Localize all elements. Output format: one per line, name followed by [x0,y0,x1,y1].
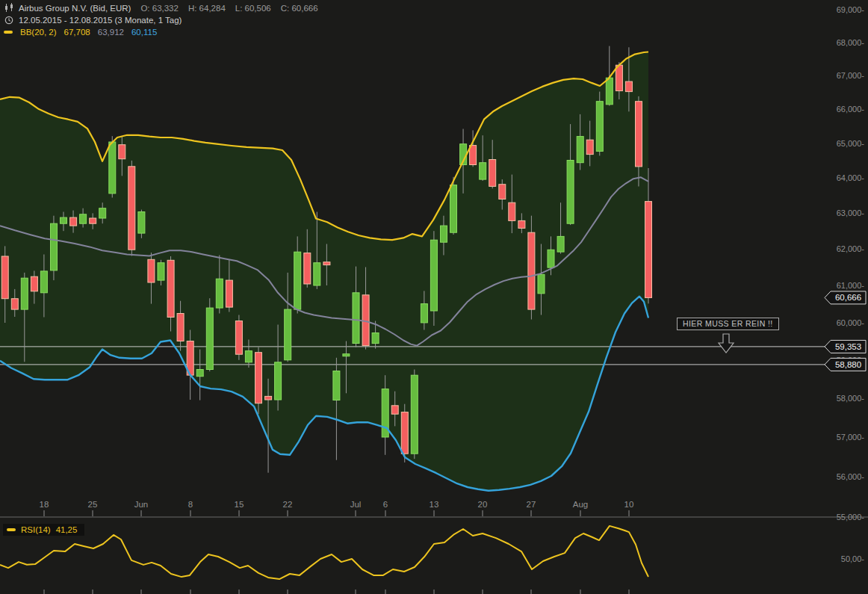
candle-body [528,232,535,309]
candle-body [577,137,583,163]
candle-body [31,276,37,291]
candle-body [314,263,320,285]
price-axis-label: 69,000- [837,5,865,14]
candle-body [206,308,213,369]
price-tag-label: 58,880 [835,360,861,369]
price-axis-label: 66,000- [837,105,865,114]
candle-body [430,240,437,311]
candle-body [51,223,58,270]
x-tick-label: Jun [134,500,149,509]
x-tick-label: 8 [188,500,193,509]
x-tick-label: Aug [573,500,588,509]
candle-body [11,299,18,309]
range-row: 12.05.2015 - 12.08.2015 (3 Monate, 1 Tag… [4,14,318,25]
instrument-title: Airbus Group N.V. (Bid, EUR) [19,4,131,13]
x-tick-label: 18 [40,500,49,509]
bb-indicator-row[interactable]: BB(20, 2) 67,708 63,912 60,115 [4,26,318,37]
candle-body [489,160,496,187]
candlestick-icon [4,3,14,13]
candle-body [557,236,564,252]
candle-body [596,102,603,152]
candle-body [391,406,398,414]
candle-body [177,314,184,341]
candle-body [304,253,311,284]
candle-body [625,81,632,92]
price-tag-label: 60,666 [835,293,861,302]
candle-body [1,256,8,299]
price-axis-label: 67,000- [837,71,865,80]
candle-body [499,185,506,199]
candle-body [285,309,291,360]
candle-body [480,163,486,179]
candle-body [109,142,116,194]
candle-body [275,362,282,400]
instrument-row: Airbus Group N.V. (Bid, EUR) O: 63,332 H… [4,2,318,13]
price-axis-label: 63,000- [837,208,865,217]
bb-line-icon [4,31,13,34]
price-axis-label: 60,000- [837,318,865,327]
price-axis-label: 64,000- [837,173,865,182]
candle-body [158,263,164,280]
ohlc-high: H: 64,284 [188,4,226,13]
bb-label: BB(20, 2) [20,28,57,37]
x-tick-label: 6 [383,500,388,509]
candle-body [518,220,525,228]
price-axis-label: 55,000- [837,513,865,522]
x-tick-label: 25 [88,500,98,509]
bb-middle-value: 63,912 [98,28,124,37]
trading-chart-window: 111825Jun81522Jul6132027Aug1069,000-68,0… [0,0,868,594]
candle-body [411,375,418,454]
candle-body [90,218,96,223]
rsi-value: 41,25 [56,525,78,534]
candle-body [333,371,340,400]
candle-body [450,185,457,233]
ohlc-close: C: 60,666 [281,4,318,13]
chart-legend: Airbus Group N.V. (Bid, EUR) O: 63,332 H… [4,2,318,37]
clock-icon [4,16,14,25]
candle-body [119,145,125,159]
candle-body [128,167,135,250]
chart-canvas[interactable]: 111825Jun81522Jul6132027Aug1069,000-68,0… [0,0,868,594]
candle-body [255,353,262,403]
candle-body [226,280,232,307]
candle-body [343,354,350,356]
candle-body [167,260,174,317]
candle-body [401,412,408,454]
candle-body [323,262,330,265]
candle-body [538,274,545,294]
price-axis-label: 57,000- [837,433,865,442]
x-tick-label: 15 [235,500,244,509]
annotation-note[interactable]: HIER MUSS ER REIN !! [677,318,779,330]
date-range: 12.05.2015 - 12.08.2015 (3 Monate, 1 Tag… [19,16,182,25]
price-axis-label: 58,000- [837,394,865,403]
candle-body [372,333,379,344]
price-axis-label: 61,000- [837,281,865,290]
candle-body [80,214,87,223]
x-tick-label: 27 [527,500,536,509]
rsi-label: RSI(14) [21,525,51,534]
price-axis-label: 56,000- [837,472,865,481]
candle-body [616,65,622,90]
x-tick-label: 20 [478,500,488,509]
candle-body [567,161,574,224]
candle-body [216,279,223,308]
x-tick-label: 22 [283,500,293,509]
candle-body [235,321,242,355]
candle-body [509,202,515,220]
candle-body [148,259,155,282]
ohlc-open: O: 63,332 [140,4,179,13]
bb-upper-value: 67,708 [64,28,90,37]
price-axis-label: 68,000- [837,38,865,47]
rsi-line-icon [7,528,16,531]
down-arrow-icon[interactable] [716,333,737,354]
price-axis-label: 65,000- [837,139,865,148]
candle-body [294,252,301,309]
candle-body [548,250,554,267]
candle-body [586,140,593,154]
x-tick-label: Jul [350,500,362,509]
candle-body [245,351,252,362]
candle-body [636,102,642,167]
x-tick-label: 10 [624,500,634,509]
rsi-indicator-row[interactable]: RSI(14) 41,25 [3,524,84,536]
candle-body [21,278,28,309]
